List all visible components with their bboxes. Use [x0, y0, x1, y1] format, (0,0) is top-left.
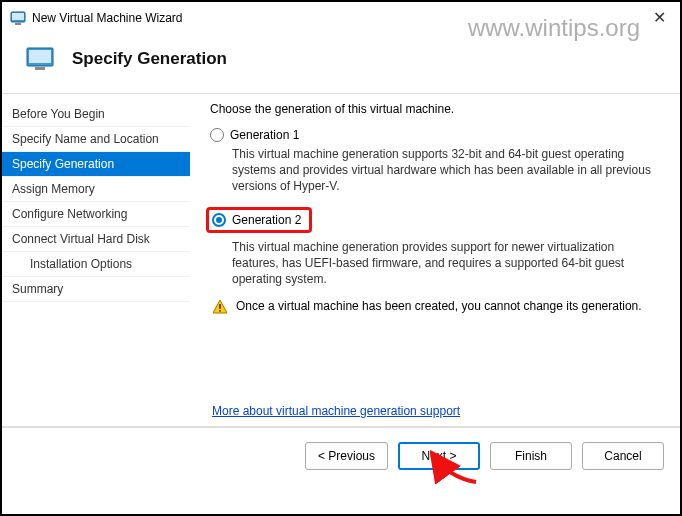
step-summary[interactable]: Summary	[2, 277, 190, 302]
finish-button[interactable]: Finish	[490, 442, 572, 470]
warning-row: Once a virtual machine has been created,…	[212, 299, 664, 315]
step-installation-options[interactable]: Installation Options	[2, 252, 190, 277]
next-button[interactable]: Next >	[398, 442, 480, 470]
generation-1-description: This virtual machine generation supports…	[232, 146, 664, 195]
step-specify-name[interactable]: Specify Name and Location	[2, 127, 190, 152]
vm-icon	[26, 47, 54, 71]
page-title: Specify Generation	[72, 49, 227, 69]
warning-text: Once a virtual machine has been created,…	[236, 299, 642, 313]
warning-icon	[212, 299, 228, 315]
generation-2-radio[interactable]	[212, 213, 226, 227]
step-assign-memory[interactable]: Assign Memory	[2, 177, 190, 202]
svg-rect-6	[219, 304, 221, 309]
generation-1-option[interactable]: Generation 1	[210, 128, 664, 142]
wizard-steps: Before You Begin Specify Name and Locati…	[2, 94, 190, 426]
step-before-you-begin[interactable]: Before You Begin	[2, 102, 190, 127]
step-specify-generation[interactable]: Specify Generation	[2, 152, 190, 177]
generation-1-radio[interactable]	[210, 128, 224, 142]
wizard-header: Specify Generation	[2, 31, 680, 93]
titlebar: New Virtual Machine Wizard ✕	[2, 2, 680, 31]
generation-2-label: Generation 2	[232, 213, 301, 227]
instruction-text: Choose the generation of this virtual ma…	[210, 102, 664, 116]
svg-rect-2	[15, 23, 21, 25]
previous-button[interactable]: < Previous	[305, 442, 388, 470]
svg-rect-7	[219, 310, 221, 312]
vm-wizard-icon	[10, 10, 26, 26]
step-configure-networking[interactable]: Configure Networking	[2, 202, 190, 227]
generation-2-option[interactable]: Generation 2	[206, 207, 312, 233]
svg-rect-5	[35, 67, 45, 70]
step-connect-vhd[interactable]: Connect Virtual Hard Disk	[2, 227, 190, 252]
content-panel: Choose the generation of this virtual ma…	[190, 94, 680, 426]
generation-1-label: Generation 1	[230, 128, 299, 142]
wizard-footer: < Previous Next > Finish Cancel	[2, 427, 680, 484]
cancel-button[interactable]: Cancel	[582, 442, 664, 470]
svg-rect-1	[12, 13, 24, 20]
generation-2-description: This virtual machine generation provides…	[232, 239, 664, 288]
close-icon[interactable]: ✕	[647, 8, 672, 27]
window-title: New Virtual Machine Wizard	[32, 11, 641, 25]
svg-rect-4	[29, 50, 51, 63]
more-info-link[interactable]: More about virtual machine generation su…	[212, 404, 460, 418]
